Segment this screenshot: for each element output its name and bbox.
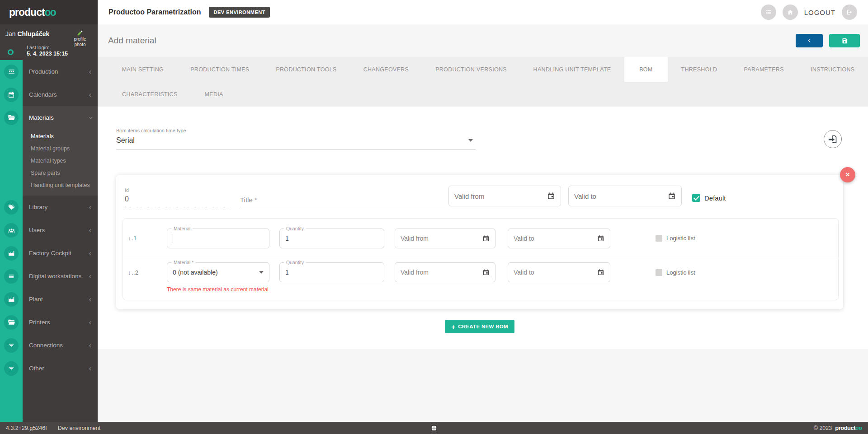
chevron-left-icon: ‹	[89, 204, 91, 211]
folder-open-icon	[4, 315, 19, 330]
tab-production-versions[interactable]: PRODUCTION VERSIONS	[422, 57, 520, 82]
default-label: Default	[704, 194, 726, 202]
users-icon	[4, 223, 19, 238]
material-field[interactable]: Material	[167, 229, 269, 248]
tab-production-tools[interactable]: PRODUCTION TOOLS	[263, 57, 350, 82]
import-bom-button[interactable]	[824, 130, 842, 148]
down-arrow-icon: ↓	[128, 269, 131, 276]
sidebar-item-label: Materials	[29, 114, 54, 121]
exit-arrow-icon	[846, 9, 853, 16]
sidebar-item-production[interactable]: Production ‹	[0, 60, 98, 83]
valid-from-picker[interactable]: Valid from	[395, 262, 495, 282]
calendar-icon	[597, 269, 604, 276]
page-header: Add material	[98, 24, 868, 57]
sidebar-item-plant[interactable]: Plant ‹	[0, 288, 98, 311]
bom-item-row-2: ↓..2 Material * 0 (not available) Quanti…	[123, 258, 838, 300]
tab-bom[interactable]: BOM	[624, 57, 668, 82]
calendar-icon	[482, 269, 490, 276]
calendar-icon	[547, 192, 555, 200]
quantity-label: Quantity	[284, 260, 306, 265]
sidebar-item-label: Plant	[29, 296, 43, 303]
valid-to-picker[interactable]: Valid to	[508, 262, 610, 282]
title-input[interactable]	[240, 193, 445, 207]
submenu-item-spare-parts[interactable]: Spare parts	[0, 167, 98, 179]
sidebar-item-materials[interactable]: Materials ‹	[0, 106, 98, 129]
icon-cell	[0, 223, 23, 238]
logout-label[interactable]: LOGOUT	[804, 9, 835, 16]
sidebar-item-users[interactable]: Users ‹	[0, 219, 98, 242]
id-value: 0	[125, 195, 231, 203]
sidebar-item-label: Library	[29, 204, 47, 210]
valid-from-placeholder: Valid from	[401, 235, 429, 242]
logo-band: productoo	[0, 0, 98, 24]
productoo-logo[interactable]: productoo	[9, 6, 56, 19]
valid-to-picker[interactable]: Valid to	[508, 229, 610, 248]
bom-item-row-1: ↓.1 Material Quantity Valid from	[123, 219, 838, 258]
quantity-field: Quantity	[279, 229, 384, 248]
profile-photo-alt: profile photo	[74, 37, 86, 47]
quantity-input[interactable]	[285, 235, 378, 242]
valid-from-picker[interactable]: Valid from	[395, 229, 495, 248]
copyright-year: © 2023	[814, 425, 832, 431]
logistic-list-label: Logistic list	[666, 269, 695, 276]
caret-down-icon	[468, 139, 473, 142]
tab-production-times[interactable]: PRODUCTION TIMES	[177, 57, 263, 82]
grid-icon[interactable]	[431, 425, 438, 431]
sidebar-item-calendars[interactable]: Calendars ‹	[0, 83, 98, 106]
sidebar-item-digital-workstations[interactable]: Digital workstations ‹	[0, 265, 98, 288]
bom-calc-time-type-select[interactable]: Bom items calculation time type Serial	[116, 128, 476, 149]
tab-handling-unit-template[interactable]: HANDLING UNIT TEMPLATE	[520, 57, 624, 82]
sidebar-item-connections[interactable]: Connections ‹	[0, 334, 98, 357]
app: productoo Jan Chlupáček profile photo La…	[0, 0, 868, 422]
profile-photo-placeholder[interactable]: profile photo	[71, 30, 90, 53]
sidebar-item-library[interactable]: Library ‹	[0, 196, 98, 219]
valid-to-picker[interactable]: Valid to	[568, 186, 682, 206]
last-login: Last login: 5. 4. 2023 15:15	[27, 44, 68, 57]
tab-media[interactable]: MEDIA	[191, 82, 237, 107]
quantity-input[interactable]	[285, 269, 378, 276]
tab-parameters[interactable]: PARAMETERS	[731, 57, 797, 82]
select-value: Serial	[116, 136, 476, 145]
delete-bom-button[interactable]: ×	[840, 167, 855, 182]
filter-lines-icon	[4, 338, 19, 353]
valid-from-picker[interactable]: Valid from	[448, 186, 561, 206]
productoo-footer-logo: productoo	[835, 425, 862, 431]
submenu-item-material-types[interactable]: Material types	[0, 154, 98, 167]
menu-list-button[interactable]	[761, 5, 776, 20]
close-icon: ×	[845, 170, 850, 179]
sidebar-item-other[interactable]: Other ‹	[0, 357, 98, 380]
tab-instructions[interactable]: INSTRUCTIONS	[797, 57, 868, 82]
materials-section: Materials ‹ Materials Material groups Ma…	[0, 106, 98, 196]
sidebar-item-factory-cockpit[interactable]: Factory Cockpit ‹	[0, 242, 98, 265]
factory-icon	[4, 292, 19, 307]
tab-threshold[interactable]: THRESHOLD	[668, 57, 731, 82]
back-button[interactable]	[796, 34, 823, 47]
materials-submenu: Materials Material groups Material types…	[0, 129, 98, 196]
user-name: Jan Chlupáček	[5, 30, 49, 37]
bom-tab-content: Bom items calculation time type Serial ×…	[98, 107, 868, 349]
logout-button[interactable]	[842, 5, 857, 20]
tab-row-2: CHARACTERISTICS MEDIA	[98, 82, 868, 107]
material-select[interactable]: Material * 0 (not available)	[167, 262, 269, 282]
sidebar-item-printers[interactable]: Printers ‹	[0, 311, 98, 334]
submenu-item-material-groups[interactable]: Material groups	[0, 142, 98, 154]
tab-characteristics[interactable]: CHARACTERISTICS	[108, 82, 191, 107]
quantity-field: Quantity	[279, 262, 384, 282]
create-new-bom-button[interactable]: + CREATE NEW BOM	[445, 320, 514, 333]
main-area: Productoo Parametrization DEV ENVIRONMEN…	[98, 0, 868, 422]
default-checkbox[interactable]: Default	[692, 194, 726, 202]
logistic-list-checkbox[interactable]: Logistic list	[656, 269, 695, 276]
item-position: ↓.1	[123, 235, 167, 242]
chevron-left-icon: ‹	[89, 342, 91, 349]
submenu-item-handling-unit-templates[interactable]: Handling unit templates	[0, 179, 98, 191]
home-button[interactable]	[783, 5, 798, 20]
calendar-icon	[668, 192, 676, 200]
calendar-icon	[597, 235, 604, 242]
tab-changeovers[interactable]: CHANGEOVERS	[350, 57, 422, 82]
icon-cell	[0, 292, 23, 307]
footer: 4.3.2+29.g5246f Dev environment © 2023 p…	[0, 422, 868, 434]
submenu-item-materials[interactable]: Materials	[0, 130, 98, 142]
save-button[interactable]	[829, 34, 860, 47]
logistic-list-checkbox[interactable]: Logistic list	[656, 235, 695, 242]
tab-main-setting[interactable]: MAIN SETTING	[108, 57, 177, 82]
